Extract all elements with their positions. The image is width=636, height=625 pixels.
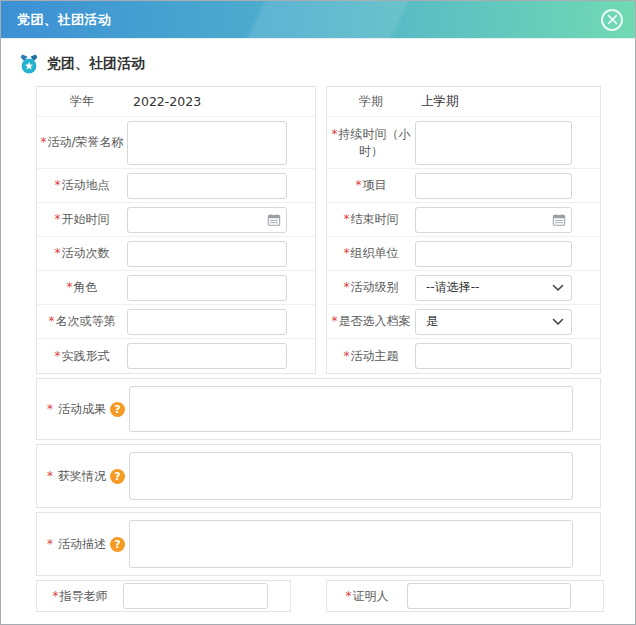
required-asterisk: * (346, 589, 352, 603)
text-input[interactable] (127, 121, 287, 165)
form-row: *项目 (327, 169, 600, 203)
form-row: *开始时间 (37, 203, 315, 237)
field-label: 学期 (327, 93, 415, 110)
required-asterisk: * (332, 314, 338, 328)
field-label: *名次或等第 (37, 313, 127, 330)
field-label: 学年 (37, 93, 127, 110)
form-content: 学年2022-2023*活动/荣誉名称*活动地点*开始时间*活动次数*角色*名次… (1, 86, 635, 612)
form-table-left: 学年2022-2023*活动/荣誉名称*活动地点*开始时间*活动次数*角色*名次… (36, 86, 316, 374)
field-control (127, 309, 315, 335)
date-input-wrap (415, 207, 572, 233)
field-label: *角色 (37, 279, 127, 296)
modal-title: 党团、社团活动 (17, 11, 112, 29)
required-asterisk: * (356, 178, 362, 192)
calendar-icon[interactable] (267, 213, 281, 227)
field-control (415, 343, 600, 369)
text-input[interactable] (123, 583, 268, 609)
field-control (127, 241, 315, 267)
text-input[interactable] (415, 343, 572, 369)
field-control (407, 583, 603, 609)
text-input[interactable] (415, 121, 572, 165)
question-icon[interactable]: ? (110, 469, 125, 484)
text-input[interactable] (127, 343, 287, 369)
field-control (415, 207, 600, 233)
form-row: 学年2022-2023 (37, 87, 315, 117)
question-icon[interactable]: ? (110, 402, 125, 417)
required-asterisk: * (47, 402, 53, 416)
form-row: *活动主题 (327, 339, 600, 373)
textarea-input[interactable] (129, 452, 573, 500)
form-row: *持续时间（小时） (327, 117, 600, 169)
required-asterisk: * (344, 349, 350, 363)
select-input[interactable]: 是 (415, 309, 572, 335)
medal-icon (19, 54, 39, 74)
form-columns: 学年2022-2023*活动/荣誉名称*活动地点*开始时间*活动次数*角色*名次… (36, 86, 635, 374)
question-icon[interactable]: ? (110, 537, 125, 552)
field-control (127, 207, 315, 233)
form-row: *名次或等第 (37, 305, 315, 339)
field-value: 上学期 (421, 93, 459, 110)
text-input[interactable] (415, 241, 572, 267)
text-input[interactable] (127, 173, 287, 199)
field-control (415, 121, 600, 165)
form-row: *是否选入档案是 (327, 305, 600, 339)
form-row: *活动次数 (37, 237, 315, 271)
field-label: *指导老师 (37, 588, 123, 605)
field-label: *是否选入档案 (327, 313, 415, 330)
bottom-field-box: *证明人 (326, 580, 604, 612)
chevron-down-icon (552, 318, 564, 326)
bottom-row: *指导老师*证明人 (36, 580, 635, 612)
text-input[interactable] (127, 309, 287, 335)
section-heading-title: 党团、社团活动 (47, 55, 145, 73)
required-asterisk: * (55, 349, 61, 363)
date-input[interactable] (415, 207, 572, 233)
calendar-icon[interactable] (552, 213, 566, 227)
modal-header: 党团、社团活动 (1, 1, 635, 39)
textarea-input[interactable] (129, 386, 573, 432)
field-label: *持续时间（小时） (327, 126, 415, 160)
required-asterisk: * (344, 280, 350, 294)
required-asterisk: * (67, 280, 73, 294)
field-label: *活动次数 (37, 245, 127, 262)
select-input[interactable]: --请选择-- (415, 275, 572, 301)
field-label: *活动描述? (37, 536, 125, 553)
field-control (127, 275, 315, 301)
field-control: 2022-2023 (127, 94, 315, 109)
text-input[interactable] (127, 241, 287, 267)
required-asterisk: * (47, 537, 53, 551)
field-control (127, 121, 315, 165)
required-asterisk: * (344, 212, 350, 226)
textarea-sections: *活动成果?*获奖情况?*活动描述? (36, 378, 635, 576)
form-row: *实践形式 (37, 339, 315, 373)
required-asterisk: * (55, 212, 61, 226)
textarea-input[interactable] (129, 520, 573, 568)
form-row: *活动级别--请选择-- (327, 271, 600, 305)
field-value: 2022-2023 (133, 94, 201, 109)
field-control (415, 241, 600, 267)
field-control: 上学期 (415, 93, 600, 110)
field-label: *组织单位 (327, 245, 415, 262)
field-control (127, 343, 315, 369)
close-icon (607, 14, 618, 25)
chevron-down-icon (552, 284, 564, 292)
text-input[interactable] (127, 275, 287, 301)
field-label: *获奖情况? (37, 468, 125, 485)
text-input[interactable] (415, 173, 572, 199)
required-asterisk: * (344, 246, 350, 260)
required-asterisk: * (55, 178, 61, 192)
date-input[interactable] (127, 207, 287, 233)
field-label: *活动级别 (327, 279, 415, 296)
field-label: *开始时间 (37, 211, 127, 228)
bottom-field-box: *指导老师 (36, 580, 291, 612)
required-asterisk: * (53, 589, 59, 603)
text-input[interactable] (407, 583, 571, 609)
form-row: *活动地点 (37, 169, 315, 203)
required-asterisk: * (47, 469, 53, 483)
close-button[interactable] (601, 9, 623, 31)
required-asterisk: * (55, 246, 61, 260)
field-label: *结束时间 (327, 211, 415, 228)
form-row: *活动/荣誉名称 (37, 117, 315, 169)
field-control (415, 173, 600, 199)
date-input-wrap (127, 207, 287, 233)
form-table-right: 学期上学期*持续时间（小时）*项目*结束时间*组织单位*活动级别--请选择--*… (326, 86, 601, 374)
